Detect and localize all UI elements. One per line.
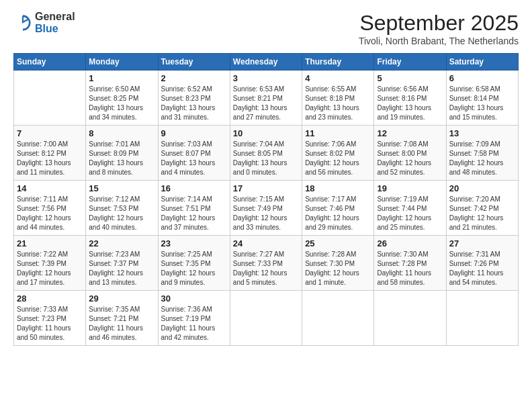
- day-number: 23: [161, 238, 227, 248]
- calendar-cell: 23Sunrise: 7:25 AMSunset: 7:35 PMDayligh…: [158, 236, 230, 291]
- calendar-cell: 3Sunrise: 6:53 AMSunset: 8:21 PMDaylight…: [230, 71, 302, 126]
- day-number: 21: [17, 238, 83, 248]
- calendar-cell: 17Sunrise: 7:15 AMSunset: 7:49 PMDayligh…: [230, 181, 302, 236]
- day-number: 28: [17, 293, 83, 304]
- calendar-cell: [446, 291, 518, 346]
- calendar-table: SundayMondayTuesdayWednesdayThursdayFrid…: [13, 53, 519, 346]
- day-info: Sunrise: 6:55 AMSunset: 8:18 PMDaylight:…: [305, 85, 371, 122]
- day-number: 6: [449, 73, 515, 83]
- day-number: 1: [89, 73, 154, 83]
- day-info: Sunrise: 7:11 AMSunset: 7:56 PMDaylight:…: [17, 195, 83, 232]
- day-number: 7: [17, 128, 83, 138]
- calendar-cell: [374, 291, 446, 346]
- calendar-cell: 10Sunrise: 7:04 AMSunset: 8:05 PMDayligh…: [230, 126, 302, 181]
- weekday-header-wednesday: Wednesday: [230, 54, 302, 71]
- day-info: Sunrise: 6:58 AMSunset: 8:14 PMDaylight:…: [449, 85, 515, 122]
- day-info: Sunrise: 6:56 AMSunset: 8:16 PMDaylight:…: [377, 85, 443, 122]
- day-info: Sunrise: 7:03 AMSunset: 8:07 PMDaylight:…: [161, 140, 227, 177]
- calendar-cell: 26Sunrise: 7:30 AMSunset: 7:28 PMDayligh…: [374, 236, 446, 291]
- calendar-cell: 20Sunrise: 7:20 AMSunset: 7:42 PMDayligh…: [446, 181, 518, 236]
- calendar-cell: 8Sunrise: 7:01 AMSunset: 8:09 PMDaylight…: [86, 126, 158, 181]
- logo: General Blue: [13, 11, 75, 34]
- day-number: 29: [89, 293, 154, 304]
- day-number: 12: [377, 128, 443, 138]
- calendar-cell: 4Sunrise: 6:55 AMSunset: 8:18 PMDaylight…: [302, 71, 374, 126]
- week-row-5: 28Sunrise: 7:33 AMSunset: 7:23 PMDayligh…: [14, 291, 519, 346]
- day-info: Sunrise: 7:35 AMSunset: 7:21 PMDaylight:…: [89, 305, 154, 342]
- day-info: Sunrise: 7:27 AMSunset: 7:33 PMDaylight:…: [233, 250, 299, 287]
- day-number: 5: [377, 73, 443, 83]
- weekday-header-thursday: Thursday: [302, 54, 374, 71]
- weekday-header-tuesday: Tuesday: [158, 54, 230, 71]
- day-number: 14: [17, 183, 83, 193]
- day-info: Sunrise: 7:36 AMSunset: 7:19 PMDaylight:…: [161, 305, 227, 342]
- day-number: 9: [161, 128, 227, 138]
- logo-text: General Blue: [35, 11, 75, 34]
- calendar-cell: 12Sunrise: 7:08 AMSunset: 8:00 PMDayligh…: [374, 126, 446, 181]
- day-number: 24: [233, 238, 299, 248]
- title-block: September 2025 Tivoli, North Brabant, Th…: [359, 11, 519, 46]
- calendar-cell: 30Sunrise: 7:36 AMSunset: 7:19 PMDayligh…: [158, 291, 230, 346]
- day-number: 8: [89, 128, 154, 138]
- week-row-2: 7Sunrise: 7:00 AMSunset: 8:12 PMDaylight…: [14, 126, 519, 181]
- day-info: Sunrise: 7:20 AMSunset: 7:42 PMDaylight:…: [449, 195, 515, 232]
- day-info: Sunrise: 7:23 AMSunset: 7:37 PMDaylight:…: [89, 250, 154, 287]
- logo-general-text: General: [35, 11, 75, 23]
- day-number: 13: [449, 128, 515, 138]
- calendar-cell: 13Sunrise: 7:09 AMSunset: 7:58 PMDayligh…: [446, 126, 518, 181]
- day-number: 16: [161, 183, 227, 193]
- day-info: Sunrise: 7:08 AMSunset: 8:00 PMDaylight:…: [377, 140, 443, 177]
- week-row-3: 14Sunrise: 7:11 AMSunset: 7:56 PMDayligh…: [14, 181, 519, 236]
- day-number: 30: [161, 293, 227, 304]
- calendar-cell: 6Sunrise: 6:58 AMSunset: 8:14 PMDaylight…: [446, 71, 518, 126]
- calendar-cell: 27Sunrise: 7:31 AMSunset: 7:26 PMDayligh…: [446, 236, 518, 291]
- day-info: Sunrise: 7:33 AMSunset: 7:23 PMDaylight:…: [17, 305, 83, 342]
- weekday-header-monday: Monday: [86, 54, 158, 71]
- calendar-cell: 5Sunrise: 6:56 AMSunset: 8:16 PMDaylight…: [374, 71, 446, 126]
- day-number: 27: [449, 238, 515, 248]
- calendar-cell: 14Sunrise: 7:11 AMSunset: 7:56 PMDayligh…: [14, 181, 86, 236]
- logo-blue-text: Blue: [35, 23, 75, 35]
- weekday-header-saturday: Saturday: [446, 54, 518, 71]
- calendar-cell: 24Sunrise: 7:27 AMSunset: 7:33 PMDayligh…: [230, 236, 302, 291]
- calendar-cell: 28Sunrise: 7:33 AMSunset: 7:23 PMDayligh…: [14, 291, 86, 346]
- day-info: Sunrise: 7:22 AMSunset: 7:39 PMDaylight:…: [17, 250, 83, 287]
- calendar-cell: [14, 71, 86, 126]
- day-info: Sunrise: 7:19 AMSunset: 7:44 PMDaylight:…: [377, 195, 443, 232]
- weekday-header-row: SundayMondayTuesdayWednesdayThursdayFrid…: [14, 54, 519, 71]
- calendar-cell: 1Sunrise: 6:50 AMSunset: 8:25 PMDaylight…: [86, 71, 158, 126]
- calendar-cell: 11Sunrise: 7:06 AMSunset: 8:02 PMDayligh…: [302, 126, 374, 181]
- day-number: 4: [305, 73, 371, 83]
- calendar-cell: 7Sunrise: 7:00 AMSunset: 8:12 PMDaylight…: [14, 126, 86, 181]
- month-title: September 2025: [359, 11, 519, 36]
- day-number: 25: [305, 238, 371, 248]
- day-info: Sunrise: 7:04 AMSunset: 8:05 PMDaylight:…: [233, 140, 299, 177]
- day-number: 26: [377, 238, 443, 248]
- day-info: Sunrise: 6:52 AMSunset: 8:23 PMDaylight:…: [161, 85, 227, 122]
- calendar-cell: 15Sunrise: 7:12 AMSunset: 7:53 PMDayligh…: [86, 181, 158, 236]
- day-info: Sunrise: 6:50 AMSunset: 8:25 PMDaylight:…: [89, 85, 154, 122]
- day-info: Sunrise: 7:25 AMSunset: 7:35 PMDaylight:…: [161, 250, 227, 287]
- day-info: Sunrise: 7:06 AMSunset: 8:02 PMDaylight:…: [305, 140, 371, 177]
- day-info: Sunrise: 7:30 AMSunset: 7:28 PMDaylight:…: [377, 250, 443, 287]
- calendar-cell: 2Sunrise: 6:52 AMSunset: 8:23 PMDaylight…: [158, 71, 230, 126]
- location-title: Tivoli, North Brabant, The Netherlands: [359, 36, 519, 46]
- calendar-cell: [230, 291, 302, 346]
- day-number: 18: [305, 183, 371, 193]
- day-number: 10: [233, 128, 299, 138]
- calendar-cell: 21Sunrise: 7:22 AMSunset: 7:39 PMDayligh…: [14, 236, 86, 291]
- page-header: General Blue September 2025 Tivoli, Nort…: [13, 11, 519, 46]
- weekday-header-sunday: Sunday: [14, 54, 86, 71]
- day-number: 19: [377, 183, 443, 193]
- weekday-header-friday: Friday: [374, 54, 446, 71]
- calendar-cell: 25Sunrise: 7:28 AMSunset: 7:30 PMDayligh…: [302, 236, 374, 291]
- day-info: Sunrise: 7:00 AMSunset: 8:12 PMDaylight:…: [17, 140, 83, 177]
- calendar-cell: [302, 291, 374, 346]
- day-number: 22: [89, 238, 154, 248]
- day-info: Sunrise: 7:09 AMSunset: 7:58 PMDaylight:…: [449, 140, 515, 177]
- calendar-cell: 16Sunrise: 7:14 AMSunset: 7:51 PMDayligh…: [158, 181, 230, 236]
- day-number: 17: [233, 183, 299, 193]
- week-row-1: 1Sunrise: 6:50 AMSunset: 8:25 PMDaylight…: [14, 71, 519, 126]
- day-info: Sunrise: 7:12 AMSunset: 7:53 PMDaylight:…: [89, 195, 154, 232]
- day-info: Sunrise: 7:17 AMSunset: 7:46 PMDaylight:…: [305, 195, 371, 232]
